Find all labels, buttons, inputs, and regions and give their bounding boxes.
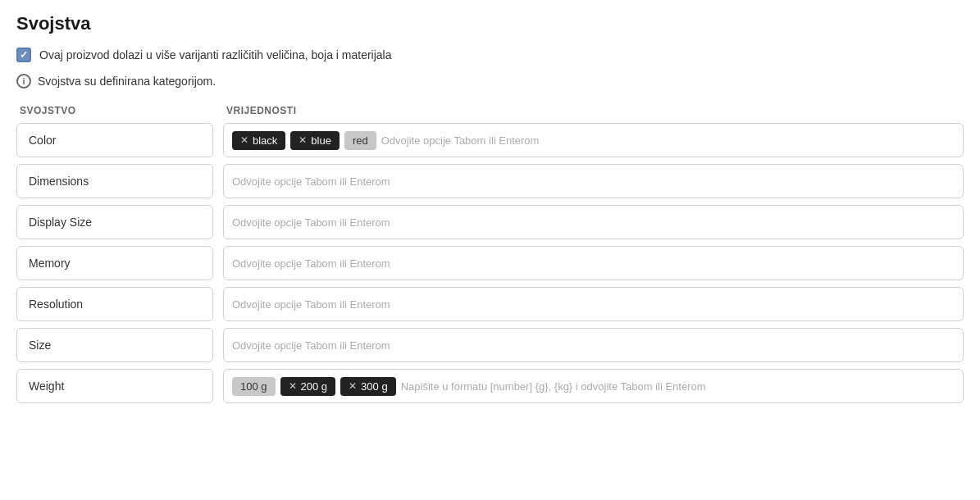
tag-remove-icon[interactable]: ✕ xyxy=(289,380,297,392)
tag-remove-icon[interactable]: ✕ xyxy=(299,134,307,146)
tag-blue: ✕blue xyxy=(290,131,340,150)
property-value-field-display-size[interactable]: Odvojite opcije Tabom ili Enterom xyxy=(223,205,964,239)
property-label-color: Color xyxy=(16,123,213,157)
tag-remove-icon[interactable]: ✕ xyxy=(349,380,357,392)
property-label-weight: Weight xyxy=(16,369,213,403)
table-row: Color✕black✕blueredOdvojite opcije Tabom… xyxy=(16,123,964,157)
tag-text: 300 g xyxy=(361,380,388,393)
properties-table: Color✕black✕blueredOdvojite opcije Tabom… xyxy=(16,123,964,403)
property-label-resolution: Resolution xyxy=(16,287,213,321)
placeholder-text: Odvojite opcije Tabom ili Enterom xyxy=(232,257,390,270)
placeholder-text: Odvojite opcije Tabom ili Enterom xyxy=(232,175,390,188)
info-text: Svojstva su definirana kategorijom. xyxy=(38,75,216,88)
property-value-field-resolution[interactable]: Odvojite opcije Tabom ili Enterom xyxy=(223,287,964,321)
variant-checkbox-row: Ovaj proizvod dolazi u više varijanti ra… xyxy=(16,48,964,62)
tag-300-g: ✕300 g xyxy=(340,377,396,396)
tag-text: 200 g xyxy=(301,380,328,393)
table-header: SVOJSTVO VRIJEDNOSTI xyxy=(16,105,964,116)
table-row: DimensionsOdvojite opcije Tabom ili Ente… xyxy=(16,164,964,198)
property-value-field-dimensions[interactable]: Odvojite opcije Tabom ili Enterom xyxy=(223,164,964,198)
table-row: SizeOdvojite opcije Tabom ili Enterom xyxy=(16,328,964,362)
placeholder-text: Odvojite opcije Tabom ili Enterom xyxy=(381,134,540,147)
table-row: MemoryOdvojite opcije Tabom ili Enterom xyxy=(16,246,964,280)
property-value-field-size[interactable]: Odvojite opcije Tabom ili Enterom xyxy=(223,328,964,362)
property-label-size: Size xyxy=(16,328,213,362)
tag-red: red xyxy=(344,131,376,150)
tag-text: black xyxy=(253,134,277,147)
variant-checkbox[interactable] xyxy=(16,48,31,62)
property-value-field-weight[interactable]: 100 g✕200 g✕300 gNapišite u formatu [num… xyxy=(223,369,964,403)
tag-text: 100 g xyxy=(240,380,267,393)
table-row: ResolutionOdvojite opcije Tabom ili Ente… xyxy=(16,287,964,321)
placeholder-text: Odvojite opcije Tabom ili Enterom xyxy=(232,339,390,352)
col-header-values: VRIJEDNOSTI xyxy=(226,105,960,116)
property-value-field-color[interactable]: ✕black✕blueredOdvojite opcije Tabom ili … xyxy=(223,123,964,157)
tag-remove-icon[interactable]: ✕ xyxy=(240,134,248,146)
variant-checkbox-label: Ovaj proizvod dolazi u više varijanti ra… xyxy=(39,48,392,61)
placeholder-text: Odvojite opcije Tabom ili Enterom xyxy=(232,298,390,311)
tag-black: ✕black xyxy=(232,131,285,150)
tag-text: blue xyxy=(311,134,331,147)
placeholder-text: Napišite u formatu [number] {g}, {kg} i … xyxy=(401,380,706,393)
table-row: Weight100 g✕200 g✕300 gNapišite u format… xyxy=(16,369,964,403)
col-header-property: SVOJSTVO xyxy=(20,105,217,116)
page-title: Svojstva xyxy=(16,13,964,34)
info-row: i Svojstva su definirana kategorijom. xyxy=(16,74,964,89)
tag-200-g: ✕200 g xyxy=(280,377,336,396)
property-label-display-size: Display Size xyxy=(16,205,213,239)
property-value-field-memory[interactable]: Odvojite opcije Tabom ili Enterom xyxy=(223,246,964,280)
tag-text: red xyxy=(353,134,368,147)
placeholder-text: Odvojite opcije Tabom ili Enterom xyxy=(232,216,390,229)
table-row: Display SizeOdvojite opcije Tabom ili En… xyxy=(16,205,964,239)
property-label-memory: Memory xyxy=(16,246,213,280)
property-label-dimensions: Dimensions xyxy=(16,164,213,198)
tag-100-g: 100 g xyxy=(232,377,276,396)
info-icon: i xyxy=(16,74,31,89)
